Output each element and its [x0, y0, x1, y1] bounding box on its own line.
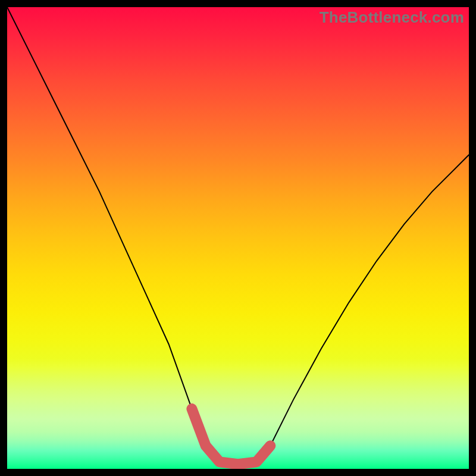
bottleneck-curve: [7, 7, 469, 464]
watermark-text: TheBottleneck.com: [320, 8, 464, 27]
plot-area: [7, 7, 469, 469]
chart-frame: TheBottleneck.com: [0, 0, 476, 476]
curve-layer: [7, 7, 469, 469]
optimal-band-highlight: [192, 409, 270, 464]
